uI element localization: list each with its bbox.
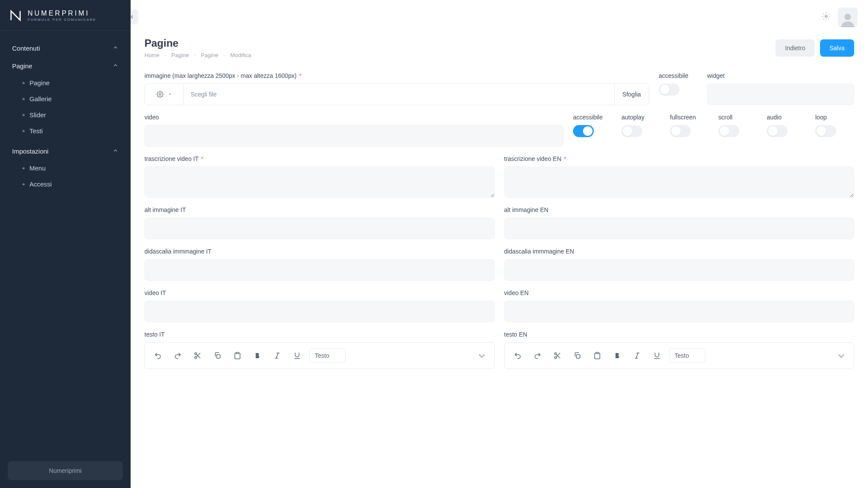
breadcrumb-current: Modifica xyxy=(230,52,251,58)
clipboard-icon xyxy=(593,352,601,360)
cut-button[interactable] xyxy=(190,348,205,363)
textarea-trascrizione-it[interactable] xyxy=(144,167,495,198)
svg-point-22 xyxy=(554,356,557,359)
page-header: Pagine Home - Pagine - Pagine - Modifica… xyxy=(131,35,868,68)
paste-button[interactable] xyxy=(589,348,605,363)
underline-button[interactable] xyxy=(649,348,665,363)
undo-button[interactable] xyxy=(510,348,525,363)
copy-icon xyxy=(573,352,581,360)
cut-button[interactable] xyxy=(550,348,565,363)
form-area: immagine (max larghezza 2500px - max alt… xyxy=(131,68,868,488)
file-picker-immagine: Scegli file Sfoglia xyxy=(144,83,649,105)
input-dida-en[interactable] xyxy=(504,259,855,281)
copy-icon xyxy=(214,352,221,360)
toggle-audio[interactable] xyxy=(767,125,788,137)
sidebar-nav: Contenuti Pagine Pagine Gallerie Slider … xyxy=(0,31,131,453)
underline-button[interactable] xyxy=(289,348,305,363)
scissors-icon xyxy=(194,352,202,360)
input-video[interactable] xyxy=(144,125,564,147)
nav-section-label: Impostazioni xyxy=(12,148,48,155)
chevron-up-icon xyxy=(112,45,119,52)
sidebar-item-menu[interactable]: Menu xyxy=(0,160,131,176)
nav-section-impostazioni[interactable]: Impostazioni xyxy=(0,142,131,160)
label-autoplay: autoplay xyxy=(621,114,660,121)
avatar[interactable] xyxy=(838,7,858,27)
paste-button[interactable] xyxy=(230,348,245,363)
bold-button[interactable] xyxy=(609,348,625,363)
textarea-trascrizione-en[interactable] xyxy=(504,167,855,198)
input-alt-it[interactable] xyxy=(144,218,495,239)
sidebar-item-accessi[interactable]: Accessi xyxy=(0,176,131,192)
label-dida-en: didascalia immmagine EN xyxy=(504,248,855,255)
sun-icon xyxy=(821,12,831,21)
sidebar: NUMERPRIMI FORMULE PER COMUNICARE Conten… xyxy=(0,0,131,488)
sidebar-item-testi[interactable]: Testi xyxy=(0,123,131,139)
nav-section-pagine[interactable]: Pagine xyxy=(0,57,131,75)
nav-sub-pagine: Pagine Gallerie Slider Testi xyxy=(0,75,131,142)
svg-point-21 xyxy=(554,353,557,355)
sidebar-collapse-button[interactable] xyxy=(131,10,138,24)
svg-line-6 xyxy=(828,19,829,19)
input-video-it[interactable] xyxy=(144,301,495,322)
scissors-icon xyxy=(554,352,561,360)
label-video-it: video IT xyxy=(144,289,495,296)
logo[interactable]: NUMERPRIMI FORMULE PER COMUNICARE xyxy=(0,0,131,31)
toggle-autoplay[interactable] xyxy=(621,125,642,137)
input-dida-it[interactable] xyxy=(144,259,495,281)
sidebar-item-pagine[interactable]: Pagine xyxy=(0,75,131,91)
back-button[interactable]: Indietro xyxy=(775,39,815,57)
italic-icon xyxy=(273,352,281,360)
header-actions: Indietro Salva xyxy=(775,39,854,57)
italic-icon xyxy=(633,352,641,360)
label-trascrizione-it: trascrizione video IT * xyxy=(144,155,495,162)
toggle-img-accessibile[interactable] xyxy=(659,83,679,96)
toggle-loop[interactable] xyxy=(815,125,836,137)
format-select-it[interactable]: Testo xyxy=(309,348,346,363)
bold-icon xyxy=(613,352,621,360)
format-select-en[interactable]: Testo xyxy=(669,348,705,363)
nav-section-label: Contenuti xyxy=(12,45,40,52)
user-icon xyxy=(840,12,855,27)
nav-section-contenuti[interactable]: Contenuti xyxy=(0,39,131,57)
copy-button[interactable] xyxy=(570,348,585,363)
redo-icon xyxy=(174,352,182,360)
bold-button[interactable] xyxy=(250,348,265,363)
breadcrumb-pagine[interactable]: Pagine xyxy=(171,52,189,58)
label-audio: audio xyxy=(767,114,806,121)
label-widget: widget xyxy=(707,72,854,79)
input-widget[interactable] xyxy=(707,83,854,105)
chevron-up-icon xyxy=(112,148,119,155)
redo-button[interactable] xyxy=(170,348,186,363)
bold-icon xyxy=(253,352,261,360)
sidebar-footer-link[interactable]: Numeriprimi xyxy=(8,461,123,480)
breadcrumb-home[interactable]: Home xyxy=(144,52,160,58)
undo-button[interactable] xyxy=(150,348,166,363)
italic-button[interactable] xyxy=(269,348,285,363)
italic-button[interactable] xyxy=(629,348,645,363)
save-button[interactable]: Salva xyxy=(820,39,854,57)
theme-toggle[interactable] xyxy=(821,12,831,23)
svg-rect-25 xyxy=(576,355,580,358)
sidebar-item-gallerie[interactable]: Gallerie xyxy=(0,91,131,107)
svg-point-9 xyxy=(845,14,851,20)
breadcrumb-pagine2[interactable]: Pagine xyxy=(201,52,218,58)
copy-button[interactable] xyxy=(210,348,225,363)
sidebar-item-slider[interactable]: Slider xyxy=(0,107,131,123)
svg-rect-26 xyxy=(596,353,599,354)
svg-point-10 xyxy=(159,93,161,95)
label-loop: loop xyxy=(815,114,854,121)
underline-icon xyxy=(653,352,661,360)
file-picker-browse[interactable]: Sfoglia xyxy=(614,84,649,105)
toggle-scroll[interactable] xyxy=(718,125,739,137)
svg-line-5 xyxy=(823,13,824,14)
toggle-vid-accessibile[interactable] xyxy=(573,125,594,137)
input-video-en[interactable] xyxy=(504,301,855,322)
input-alt-en[interactable] xyxy=(504,218,855,239)
file-picker-settings[interactable] xyxy=(145,84,184,105)
label-testo-it: testo IT xyxy=(144,331,495,338)
svg-line-8 xyxy=(828,13,829,14)
toggle-fullscreen[interactable] xyxy=(670,125,691,137)
nav-sub-impostazioni: Menu Accessi xyxy=(0,160,131,196)
redo-button[interactable] xyxy=(530,348,545,363)
caret-down-icon xyxy=(168,92,172,96)
